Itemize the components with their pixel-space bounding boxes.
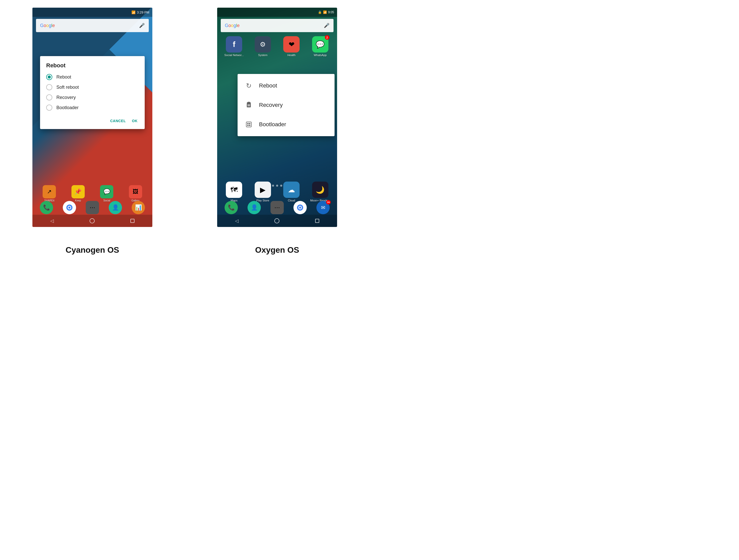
oxygen-screen: 🔒 📶 9:05 Google 🎤 f Social Networ... (217, 8, 337, 227)
svg-point-2 (68, 207, 70, 209)
option-bootloader[interactable]: Bootloader (46, 105, 139, 111)
menu-item-reboot[interactable]: ↻ Reboot (238, 76, 334, 96)
left-nav-bar: ◁ (32, 215, 152, 227)
left-search-bar[interactable]: Google 🎤 (36, 19, 149, 32)
app-whatsapp[interactable]: 💬 2 WhatsApp (310, 36, 330, 57)
play-store-icon: ▶ (255, 182, 271, 198)
app-health[interactable]: ❤ Health (281, 36, 302, 57)
recent-button[interactable] (130, 219, 135, 223)
system-label: System (258, 53, 267, 57)
whatsapp-icon: 💬 2 (312, 36, 328, 52)
dock-contacts[interactable]: 👤 (109, 201, 122, 214)
svg-rect-11 (249, 125, 250, 126)
right-back-button[interactable]: ◁ (235, 218, 239, 224)
mic-icon-right[interactable]: 🎤 (324, 23, 329, 28)
cancel-button[interactable]: CANCEL (109, 117, 127, 125)
svg-rect-9 (249, 123, 250, 124)
status-lock-icon: 🔒 (318, 10, 322, 14)
mic-icon[interactable]: 🎤 (139, 23, 145, 28)
app-gallery[interactable]: 🖼 Gallery (127, 185, 144, 202)
right-dock-chrome[interactable] (293, 201, 307, 214)
menu-item-bootloader[interactable]: Bootloader (238, 115, 334, 134)
dock-chrome[interactable] (63, 201, 76, 214)
right-home-button[interactable] (274, 218, 279, 223)
left-phone-container: 📶 3:29 PM Google 🎤 Reboot Reboot (0, 0, 185, 235)
app-keep[interactable]: 📌 Keep (69, 185, 87, 202)
whatsapp-label: WhatsApp (314, 53, 327, 57)
menu-recovery-label: Recovery (259, 102, 283, 109)
reboot-icon: ↻ (244, 80, 254, 91)
app-moon-reader[interactable]: 🌙 Moon+ Reade... (310, 182, 330, 202)
right-dock-messages[interactable]: ✉ 24 (316, 201, 330, 214)
health-icon: ❤ (283, 36, 300, 52)
gallery-icon: 🖼 (129, 185, 142, 198)
svg-rect-5 (248, 105, 250, 105)
app-social-network[interactable]: f Social Networ... (224, 36, 244, 57)
option-soft-reboot[interactable]: Soft reboot (46, 84, 139, 90)
dock-apps[interactable]: ⋯ (86, 201, 99, 214)
maps-icon: 🗺 (226, 182, 242, 198)
app-shareit[interactable]: ↗ SHAREit (40, 185, 58, 202)
right-bottom-app-row: 🗺 Maps ▶ Play Store ☁ Cloud (217, 182, 337, 202)
right-status-bar: 🔒 📶 9:05 (217, 8, 337, 17)
app-system[interactable]: ⚙ System (253, 36, 273, 57)
system-icon: ⚙ (255, 36, 271, 52)
right-search-bar[interactable]: Google 🎤 (221, 19, 333, 32)
svg-rect-7 (246, 122, 251, 127)
social-icon: 💬 (100, 185, 113, 198)
svg-rect-6 (248, 106, 250, 106)
svg-point-14 (299, 207, 301, 209)
radio-soft-reboot[interactable] (46, 84, 52, 90)
svg-rect-10 (247, 125, 249, 126)
status-time-right: 9:05 (328, 10, 334, 14)
app-play-store[interactable]: ▶ Play Store (253, 182, 273, 202)
radio-bootloader[interactable] (46, 105, 52, 111)
recovery-icon (244, 100, 254, 110)
labels-row: Cyanogen OS Oxygen OS (0, 235, 370, 265)
right-phone-container: 🔒 📶 9:05 Google 🎤 f Social Networ... (185, 0, 370, 235)
shareit-icon: ↗ (43, 185, 56, 198)
right-dock-contacts[interactable]: 👤 (248, 201, 261, 214)
health-label: Health (287, 53, 295, 57)
right-dock-apps[interactable]: ⋯ (271, 201, 284, 214)
app-maps[interactable]: 🗺 Maps (224, 182, 244, 202)
menu-reboot-label: Reboot (259, 82, 277, 89)
menu-item-recovery[interactable]: Recovery (238, 96, 334, 115)
cyanogen-screen: 📶 3:29 PM Google 🎤 Reboot Reboot (32, 8, 152, 227)
overflow-menu: ↻ Reboot Recovery (238, 74, 334, 136)
status-time: 3:29 PM (137, 10, 149, 14)
app-cloud[interactable]: ☁ Cloud (281, 182, 302, 202)
dock-phone[interactable]: 📞 (40, 201, 53, 214)
left-app-row: ↗ SHAREit 📌 Keep 💬 Social 🖼 Gallery (32, 185, 152, 202)
svg-rect-8 (247, 123, 249, 124)
option-reboot[interactable]: Reboot (46, 74, 139, 80)
ok-button[interactable]: OK (131, 117, 139, 125)
radio-recovery[interactable] (46, 95, 52, 101)
social-network-label: Social Networ... (224, 53, 244, 57)
dock-usage[interactable]: 📊 (132, 201, 145, 214)
app-social[interactable]: 💬 Social (98, 185, 116, 202)
option-recovery[interactable]: Recovery (46, 95, 139, 101)
right-nav-bar: ◁ (217, 215, 337, 227)
keep-icon: 📌 (71, 185, 85, 198)
radio-reboot[interactable] (46, 74, 52, 80)
google-logo-left: Google (40, 23, 55, 28)
cloud-icon: ☁ (283, 182, 300, 198)
right-top-app-row: f Social Networ... ⚙ System ❤ Health (217, 36, 337, 57)
menu-bootloader-label: Bootloader (259, 121, 286, 128)
google-logo-right: Google (225, 23, 240, 28)
status-signal-right: 📶 (323, 10, 327, 14)
option-soft-reboot-label: Soft reboot (56, 85, 79, 90)
dialog-title: Reboot (46, 62, 139, 69)
back-button[interactable]: ◁ (50, 218, 54, 224)
right-recent-button[interactable] (315, 219, 319, 223)
oxygen-os-label: Oxygen OS (185, 245, 370, 255)
cyanogen-os-label: Cyanogen OS (0, 245, 185, 255)
dialog-buttons: CANCEL OK (46, 115, 139, 125)
messages-badge: 24 (326, 200, 331, 204)
left-status-bar: 📶 3:29 PM (32, 8, 152, 17)
bootloader-icon (244, 119, 254, 130)
whatsapp-badge: 2 (325, 35, 329, 40)
right-dock-phone[interactable]: 📞 (225, 201, 238, 214)
home-button[interactable] (90, 218, 95, 223)
